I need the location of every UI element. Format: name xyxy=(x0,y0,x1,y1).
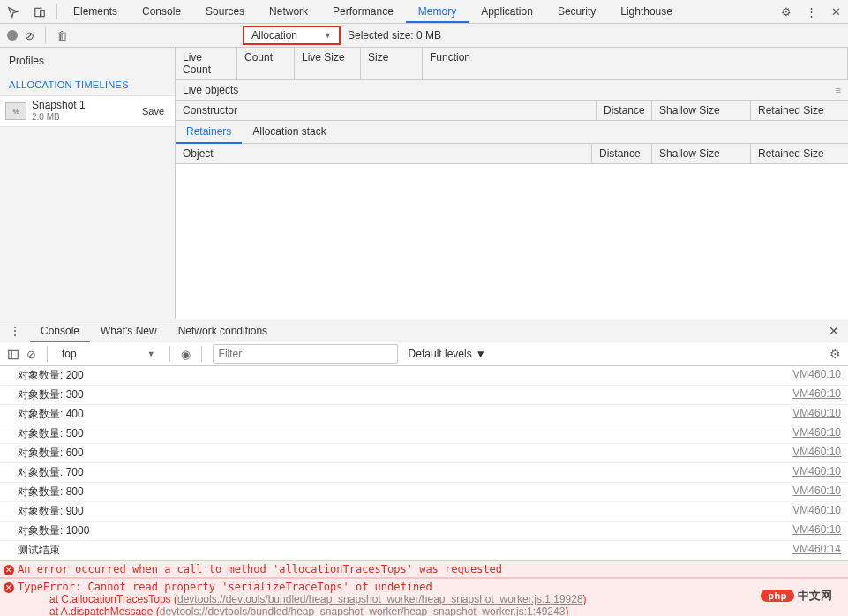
tab-console[interactable]: Console xyxy=(130,0,193,23)
selected-size-label: Selected size: 0 MB xyxy=(348,29,441,41)
col-distance[interactable]: Distance xyxy=(597,101,652,120)
log-source-link[interactable]: VM460:10 xyxy=(792,504,841,519)
col-retained-size-2[interactable]: Retained Size xyxy=(751,144,848,163)
filter-input[interactable] xyxy=(213,344,398,364)
tab-network[interactable]: Network xyxy=(257,0,320,23)
sidebar-toggle-icon[interactable] xyxy=(7,347,19,361)
col-function[interactable]: Function xyxy=(423,48,848,79)
col-size[interactable]: Size xyxy=(361,48,423,79)
drawer-tab-whats-new[interactable]: What's New xyxy=(90,319,168,342)
clear-console-icon[interactable]: ⊘ xyxy=(26,348,36,361)
tab-lighthouse[interactable]: Lighthouse xyxy=(608,0,685,23)
error-icon: ✕ xyxy=(4,582,14,593)
stack-suffix: ) xyxy=(565,605,568,616)
snapshot-icon: % xyxy=(5,102,26,120)
live-objects-bar: Live objects ≡ xyxy=(176,80,848,101)
tab-allocation-stack[interactable]: Allocation stack xyxy=(242,121,336,143)
log-message: 对象数量: 500 xyxy=(18,426,792,441)
col-live-size[interactable]: Live Size xyxy=(295,48,361,79)
log-message: 对象数量: 300 xyxy=(18,387,792,402)
inspect-icon[interactable] xyxy=(0,1,26,22)
col-shallow-size[interactable]: Shallow Size xyxy=(652,101,751,120)
log-source-link[interactable]: VM460:10 xyxy=(792,368,841,383)
log-message: 对象数量: 900 xyxy=(18,504,792,519)
log-message: 对象数量: 1000 xyxy=(18,523,792,538)
error-message: TypeError: Cannot read property 'seriali… xyxy=(18,581,432,593)
snapshot-size: 2.0 MB xyxy=(32,111,142,123)
col-retained-size[interactable]: Retained Size xyxy=(751,101,848,120)
close-icon[interactable]: ✕ xyxy=(824,2,848,22)
trash-icon[interactable]: 🗑 xyxy=(56,29,68,42)
stack-prefix: at C.allocationTracesTops ( xyxy=(49,593,177,605)
console-log-line: 对象数量: 900VM460:10 xyxy=(0,502,848,522)
console-log-line: 对象数量: 500VM460:10 xyxy=(0,424,848,444)
col-live-count[interactable]: Live Count xyxy=(176,48,237,79)
log-source-link[interactable]: VM460:10 xyxy=(792,426,841,441)
stack-suffix: ) xyxy=(583,593,587,605)
stack-link[interactable]: devtools://devtools/bundled/heap_snapsho… xyxy=(177,593,583,605)
drawer-tab-console[interactable]: Console xyxy=(30,319,90,342)
snapshot-title: Snapshot 1 xyxy=(32,100,142,111)
divider xyxy=(47,346,48,362)
context-dropdown[interactable]: top ▼ xyxy=(58,346,159,362)
tab-memory[interactable]: Memory xyxy=(406,0,469,23)
col-shallow-size-2[interactable]: Shallow Size xyxy=(652,144,751,163)
log-source-link[interactable]: VM460:10 xyxy=(792,485,841,500)
console-error-line: ✕ An error occurred when a call to metho… xyxy=(0,560,848,578)
tab-elements[interactable]: Elements xyxy=(61,0,130,23)
drawer-kebab-icon[interactable]: ⋮ xyxy=(0,324,30,338)
divider xyxy=(169,346,170,362)
console-log-line: 对象数量: 400VM460:10 xyxy=(0,405,848,424)
log-source-link[interactable]: VM460:10 xyxy=(792,407,841,422)
console-toolbar: ⊘ top ▼ ◉ Default levels ▼ ⚙ xyxy=(0,342,848,366)
allocation-timelines-heading: ALLOCATION TIMELINES xyxy=(0,74,175,95)
drawer-close-icon[interactable]: ✕ xyxy=(820,324,848,338)
perspective-dropdown[interactable]: Allocation ▼ xyxy=(243,26,341,45)
tab-performance[interactable]: Performance xyxy=(320,0,406,23)
console-log-line: 测试结束VM460:14 xyxy=(0,541,848,560)
php-badge: php xyxy=(761,590,794,602)
console-log-line: 对象数量: 200VM460:10 xyxy=(0,366,848,386)
log-message: 测试结束 xyxy=(18,543,792,558)
gear-icon[interactable]: ⚙ xyxy=(774,2,799,22)
constructor-grid-header: Constructor Distance Shallow Size Retain… xyxy=(176,101,848,121)
tab-application[interactable]: Application xyxy=(469,0,545,23)
levels-label: Default levels xyxy=(409,348,472,360)
object-grid-header: Object Distance Shallow Size Retained Si… xyxy=(176,144,848,164)
console-body[interactable]: 对象数量: 200VM460:10对象数量: 300VM460:10对象数量: … xyxy=(0,366,848,616)
stack-prefix: at A.dispatchMessage ( xyxy=(49,605,160,616)
save-link[interactable]: Save xyxy=(142,106,164,116)
clear-icon[interactable]: ⊘ xyxy=(25,29,34,42)
error-message: An error occurred when a call to method … xyxy=(18,563,841,575)
divider xyxy=(45,27,46,43)
col-constructor[interactable]: Constructor xyxy=(176,101,597,120)
console-settings-icon[interactable]: ⚙ xyxy=(829,347,841,361)
log-source-link[interactable]: VM460:10 xyxy=(792,523,841,538)
tab-security[interactable]: Security xyxy=(545,0,608,23)
kebab-icon[interactable]: ⋮ xyxy=(799,2,824,22)
menu-icon[interactable]: ≡ xyxy=(836,85,841,95)
eye-icon[interactable]: ◉ xyxy=(181,348,191,361)
col-distance-2[interactable]: Distance xyxy=(592,144,652,163)
dropdown-label: Allocation xyxy=(251,29,297,41)
log-levels-dropdown[interactable]: Default levels ▼ xyxy=(405,346,490,362)
col-count[interactable]: Count xyxy=(237,48,295,79)
stack-link[interactable]: devtools://devtools/bundled/heap_snapsho… xyxy=(160,605,566,616)
log-message: 对象数量: 200 xyxy=(18,368,792,383)
log-source-link[interactable]: VM460:10 xyxy=(792,446,841,461)
log-source-link[interactable]: VM460:14 xyxy=(792,543,841,558)
log-source-link[interactable]: VM460:10 xyxy=(792,387,841,402)
divider xyxy=(201,346,202,362)
col-object[interactable]: Object xyxy=(176,144,592,163)
stack-frame: at C.allocationTracesTops (devtools://de… xyxy=(18,593,587,605)
tab-retainers[interactable]: Retainers xyxy=(176,121,242,144)
tab-sources[interactable]: Sources xyxy=(193,0,257,23)
drawer-tab-network-conditions[interactable]: Network conditions xyxy=(168,319,278,342)
device-toggle-icon[interactable] xyxy=(26,1,53,22)
record-icon[interactable] xyxy=(7,30,18,41)
svg-rect-2 xyxy=(9,350,19,358)
live-objects-label: Live objects xyxy=(183,84,238,96)
snapshot-item[interactable]: % Snapshot 1 2.0 MB Save xyxy=(0,95,175,127)
log-source-link[interactable]: VM460:10 xyxy=(792,465,841,480)
drawer-tabstrip: ⋮ Console What's New Network conditions … xyxy=(0,319,848,342)
